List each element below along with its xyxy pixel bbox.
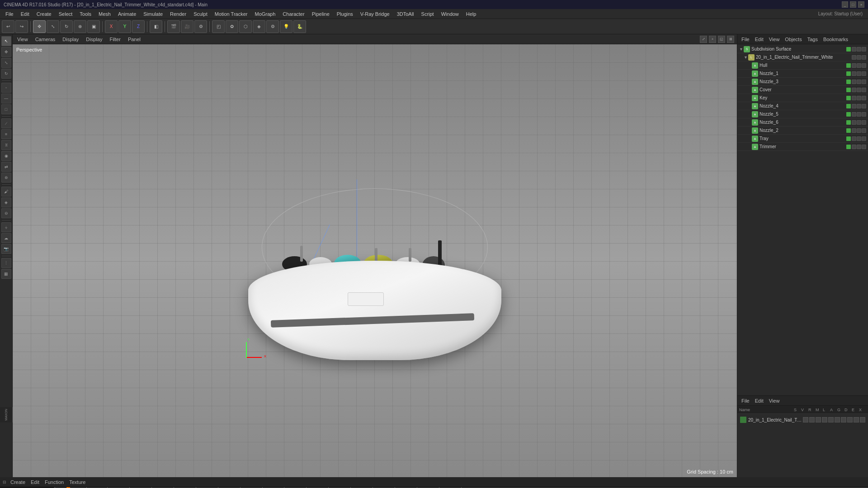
close-button[interactable]: × — [858, 1, 864, 8]
menu-script[interactable]: Script — [418, 10, 438, 18]
paint-tool[interactable]: 🖌 — [1, 187, 11, 197]
menu-simulate[interactable]: Simulate — [140, 10, 166, 18]
viewport-menu-view[interactable]: View — [15, 37, 30, 42]
scene-objects-btn[interactable]: Objects — [783, 37, 803, 42]
floor-btn[interactable]: ◰ — [212, 20, 225, 33]
poly-tool[interactable]: □ — [1, 104, 11, 114]
menu-help[interactable]: Help — [462, 10, 480, 18]
menu-3dtoall[interactable]: 3DToAll — [393, 10, 418, 18]
mirror-tool[interactable]: ⧖ — [1, 140, 11, 150]
props-file-btn[interactable]: File — [740, 398, 751, 404]
edge-tool[interactable]: — — [1, 94, 11, 103]
vp-ctrl-1[interactable]: ⤢ — [700, 36, 707, 43]
python-btn[interactable]: 🐍 — [293, 20, 306, 33]
maximize-button[interactable]: □ — [850, 1, 856, 8]
tree-item-subdivision[interactable]: ▼ S Subdivision Surface — [737, 45, 868, 53]
scene-file-btn[interactable]: File — [740, 37, 751, 42]
tree-item-nozzle5[interactable]: ▶ ▲ Nozzle_5 — [737, 110, 868, 118]
redo-button[interactable]: ↪ — [15, 20, 28, 33]
minimize-button[interactable]: _ — [842, 1, 848, 8]
menu-animate[interactable]: Animate — [114, 10, 140, 18]
light-btn[interactable]: 💡 — [280, 20, 292, 33]
scene-edit-btn[interactable]: Edit — [754, 37, 765, 42]
select-tool[interactable]: ▣ — [87, 20, 100, 33]
render-settings-btn[interactable]: ⚙ — [194, 20, 207, 33]
move-tool[interactable]: ✥ — [33, 20, 46, 33]
viewport-menu-display[interactable]: Display — [61, 37, 80, 42]
menu-character[interactable]: Character — [279, 10, 308, 18]
menu-sculpt[interactable]: Sculpt — [190, 10, 211, 18]
magnet-tool[interactable]: ⊛ — [1, 173, 11, 183]
scale-tool[interactable]: ⤡ — [47, 20, 59, 33]
tree-item-nozzle4[interactable]: ▶ ▲ Nozzle_4 — [737, 102, 868, 110]
polygon-btn[interactable]: ⬡ — [239, 20, 252, 33]
menu-pipeline[interactable]: Pipeline — [308, 10, 333, 18]
viewport-menu-panel[interactable]: Panel — [126, 37, 142, 42]
viewport-menu-display2[interactable]: Display — [84, 37, 104, 42]
hair-tool[interactable]: ⋮ — [1, 258, 11, 268]
tree-item-cover[interactable]: ▶ ▲ Cover — [737, 86, 868, 94]
knife-tool[interactable]: ⟋ — [1, 118, 11, 128]
viewport-menu-cameras[interactable]: Cameras — [33, 37, 57, 42]
tree-item-hull[interactable]: ▶ ▲ Hull — [737, 61, 868, 70]
floor-left-tool[interactable]: ⏚ — [1, 222, 11, 232]
menu-motion-tracker[interactable]: Motion Tracker — [211, 10, 251, 18]
tree-item-file[interactable]: ▼ L 20_in_1_Electric_Nail_Trimmer_White — [737, 53, 868, 61]
props-edit-btn[interactable]: Edit — [754, 398, 765, 404]
vp-ctrl-3[interactable]: ◱ — [718, 36, 725, 43]
y-axis-btn[interactable]: Y — [118, 20, 131, 33]
render-btn[interactable]: 🎥 — [181, 20, 193, 33]
tree-item-tray[interactable]: ▶ ▲ Tray — [737, 135, 868, 143]
deformer-btn[interactable]: ⚙ — [266, 20, 279, 33]
vp-ctrl-4[interactable]: ⊞ — [727, 36, 734, 43]
cloth-tool[interactable]: ▦ — [1, 269, 11, 279]
scene-view-btn[interactable]: View — [768, 37, 781, 42]
sky-tool[interactable]: ☁ — [1, 233, 11, 243]
scene-tags-btn[interactable]: Tags — [806, 37, 819, 42]
tree-item-nozzle2[interactable]: ▶ ▲ Nozzle_2 — [737, 127, 868, 135]
sculpt-left-tool[interactable]: ◈ — [1, 197, 11, 207]
timeline-edit-btn[interactable]: Edit — [29, 479, 41, 485]
timeline-texture-btn[interactable]: Texture — [68, 479, 87, 485]
scene-bookmarks-btn[interactable]: Bookmarks — [822, 37, 849, 42]
menu-mesh[interactable]: Mesh — [95, 10, 114, 18]
tree-item-key[interactable]: ▶ ▲ Key — [737, 94, 868, 102]
rotate-tool[interactable]: ↻ — [60, 20, 73, 33]
rotate-left-tool[interactable]: ↻ — [1, 69, 11, 79]
move-left-tool[interactable]: ✥ — [1, 47, 11, 57]
x-axis-btn[interactable]: X — [105, 20, 118, 33]
nurbs-btn[interactable]: ◈ — [253, 20, 265, 33]
menu-plugins[interactable]: Plugins — [333, 10, 357, 18]
weight-tool[interactable]: ⊖ — [1, 208, 11, 218]
viewport-canvas[interactable]: Perspective Grid Spacing : 10 cm — [13, 44, 737, 477]
camera-left-tool[interactable]: 📷 — [1, 244, 11, 254]
transform-tool[interactable]: ⊕ — [74, 20, 86, 33]
tree-item-nozzle6[interactable]: ▶ ▲ Nozzle_6 — [737, 118, 868, 127]
tree-item-nozzle3[interactable]: ▶ ▲ Nozzle_3 — [737, 78, 868, 86]
node-tool[interactable]: ◦ — [1, 83, 11, 93]
bridge-tool[interactable]: ≡ — [1, 129, 11, 139]
menu-render[interactable]: Render — [166, 10, 190, 18]
spline-btn[interactable]: ✿ — [226, 20, 238, 33]
timeline-create-btn[interactable]: Create — [9, 479, 27, 485]
undo-button[interactable]: ↩ — [2, 20, 14, 33]
tree-item-nozzle1[interactable]: ▶ ▲ Nozzle_1 — [737, 70, 868, 78]
menu-edit[interactable]: Edit — [17, 10, 33, 18]
slide-tool[interactable]: ⇄ — [1, 162, 11, 172]
menu-file[interactable]: File — [2, 10, 17, 18]
pointer-tool[interactable]: ↖ — [1, 36, 11, 46]
props-view-btn[interactable]: View — [768, 398, 781, 404]
z-axis-btn[interactable]: Z — [132, 20, 145, 33]
vp-ctrl-2[interactable]: + — [709, 36, 716, 43]
scale-left-tool[interactable]: ⤡ — [1, 58, 11, 68]
props-item-row[interactable]: 20_in_1_Electric_Nail_Trimmer_White — [739, 416, 866, 424]
menu-vray[interactable]: V-Ray Bridge — [357, 10, 393, 18]
menu-window[interactable]: Window — [438, 10, 462, 18]
menu-create[interactable]: Create — [33, 10, 55, 18]
weld-tool[interactable]: ◉ — [1, 151, 11, 161]
menu-tools[interactable]: Tools — [76, 10, 95, 18]
render-view-btn[interactable]: 🎬 — [167, 20, 180, 33]
tree-item-trimmer[interactable]: ▶ ▲ Trimmer — [737, 143, 868, 151]
menu-select[interactable]: Select — [55, 10, 76, 18]
viewport-menu-filter[interactable]: Filter — [108, 37, 122, 42]
